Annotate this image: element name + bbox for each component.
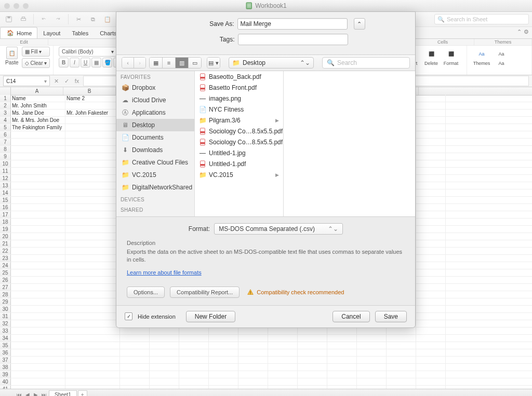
cell[interactable] xyxy=(65,226,120,233)
cell[interactable] xyxy=(327,364,357,371)
cell[interactable] xyxy=(11,168,65,174)
cell[interactable] xyxy=(11,284,65,291)
cell[interactable] xyxy=(416,226,446,233)
row-header[interactable]: 5 xyxy=(0,124,11,131)
cell[interactable]: Mr. & Mrs. John Doe xyxy=(11,117,65,124)
cell[interactable] xyxy=(357,327,387,334)
cell[interactable] xyxy=(65,124,120,131)
row-header[interactable]: 19 xyxy=(0,226,11,233)
cell[interactable] xyxy=(65,327,120,334)
row-header[interactable]: 30 xyxy=(0,306,11,312)
cell[interactable] xyxy=(209,371,238,378)
row-header[interactable]: 22 xyxy=(0,248,11,254)
row-header[interactable]: 41 xyxy=(0,386,11,389)
cell[interactable] xyxy=(416,117,446,124)
row-header[interactable]: 29 xyxy=(0,298,11,305)
cell[interactable] xyxy=(268,371,298,378)
cell[interactable] xyxy=(150,357,179,363)
sidebar-item[interactable]: ⬇Downloads xyxy=(116,144,194,156)
name-box[interactable]: C14▾ xyxy=(3,76,50,86)
cell[interactable] xyxy=(416,269,446,276)
cell[interactable]: Mr. John Fakester xyxy=(65,110,120,116)
cell[interactable] xyxy=(416,342,446,349)
accept-formula-icon[interactable]: ✓ xyxy=(62,77,71,85)
new-folder-button[interactable]: New Folder xyxy=(186,311,235,322)
cell[interactable] xyxy=(357,364,387,371)
cell[interactable] xyxy=(416,153,446,160)
cell[interactable] xyxy=(416,320,446,327)
zoom-traffic-light[interactable] xyxy=(23,3,29,9)
view-icons-button[interactable]: ▦ xyxy=(150,58,162,68)
undo-icon[interactable] xyxy=(38,13,49,25)
cell[interactable] xyxy=(416,95,446,102)
nav-forward-button[interactable]: › xyxy=(134,58,145,68)
cell[interactable]: Ms. Jane Doe xyxy=(11,110,65,116)
cell[interactable] xyxy=(238,327,268,334)
row-header[interactable]: 39 xyxy=(0,371,11,378)
cell[interactable] xyxy=(65,168,120,174)
cell[interactable] xyxy=(357,378,387,385)
cell[interactable] xyxy=(387,386,416,389)
cell[interactable] xyxy=(65,349,120,356)
cell[interactable] xyxy=(150,342,179,349)
cell[interactable] xyxy=(387,378,416,385)
cell[interactable] xyxy=(179,349,209,356)
cell[interactable] xyxy=(416,219,446,225)
row-header[interactable]: 24 xyxy=(0,262,11,269)
cell[interactable] xyxy=(416,146,446,153)
cell[interactable] xyxy=(416,124,446,131)
cell[interactable] xyxy=(11,306,65,312)
cell[interactable] xyxy=(238,335,268,342)
cell[interactable] xyxy=(209,357,238,363)
cell[interactable] xyxy=(416,175,446,182)
cell[interactable] xyxy=(327,386,357,389)
cell[interactable] xyxy=(120,357,150,363)
row-header[interactable]: 1 xyxy=(0,95,11,102)
cell[interactable] xyxy=(416,160,446,167)
cell[interactable] xyxy=(209,378,238,385)
cell[interactable] xyxy=(238,378,268,385)
cell[interactable] xyxy=(65,153,120,160)
tab-nav-prev-icon[interactable]: ◀ xyxy=(24,391,31,396)
cell[interactable] xyxy=(65,335,120,342)
select-all-corner[interactable] xyxy=(0,87,11,95)
sidebar-item[interactable]: 📦Dropbox xyxy=(116,81,194,94)
row-header[interactable]: 17 xyxy=(0,211,11,218)
cell[interactable] xyxy=(416,168,446,174)
save-as-input[interactable]: Mail Merge xyxy=(237,18,348,30)
cell[interactable] xyxy=(416,327,446,334)
fx-icon[interactable]: fx xyxy=(73,77,81,85)
row-header[interactable]: 6 xyxy=(0,131,11,138)
cell[interactable] xyxy=(65,269,120,276)
tab-nav-next-icon[interactable]: ▶ xyxy=(32,391,39,396)
sidebar-item[interactable]: 📄Documents xyxy=(116,131,194,144)
cell[interactable] xyxy=(238,386,268,389)
cell[interactable] xyxy=(120,327,150,334)
row-header[interactable]: 40 xyxy=(0,378,11,385)
minimize-traffic-light[interactable] xyxy=(14,3,19,9)
font-name-select[interactable]: Calibri (Body)▾ xyxy=(59,47,117,57)
tab-home[interactable]: 🏠Home xyxy=(0,27,37,38)
cell[interactable] xyxy=(65,204,120,211)
cell[interactable] xyxy=(179,371,209,378)
cell[interactable] xyxy=(150,378,179,385)
cell[interactable] xyxy=(357,335,387,342)
file-item[interactable]: —Untitled-1.jpg xyxy=(195,147,283,158)
cell[interactable] xyxy=(238,349,268,356)
cell[interactable] xyxy=(416,233,446,240)
cell[interactable] xyxy=(298,327,327,334)
cell[interactable] xyxy=(179,364,209,371)
cell[interactable] xyxy=(387,364,416,371)
cell[interactable] xyxy=(416,189,446,196)
fill-button[interactable]: ▦Fill ▾ xyxy=(22,47,50,57)
cell[interactable] xyxy=(387,357,416,363)
cell[interactable] xyxy=(11,211,65,218)
sidebar-item[interactable]: 📁DigitalNetworkShared⏏ xyxy=(116,181,194,194)
cell[interactable] xyxy=(357,349,387,356)
cell[interactable]: Name xyxy=(11,95,65,102)
cell[interactable] xyxy=(179,357,209,363)
copy-icon[interactable]: ⧉ xyxy=(87,13,99,25)
view-columns-button[interactable]: ▥ xyxy=(175,58,188,68)
cell[interactable] xyxy=(416,371,446,378)
cell[interactable] xyxy=(11,240,65,247)
